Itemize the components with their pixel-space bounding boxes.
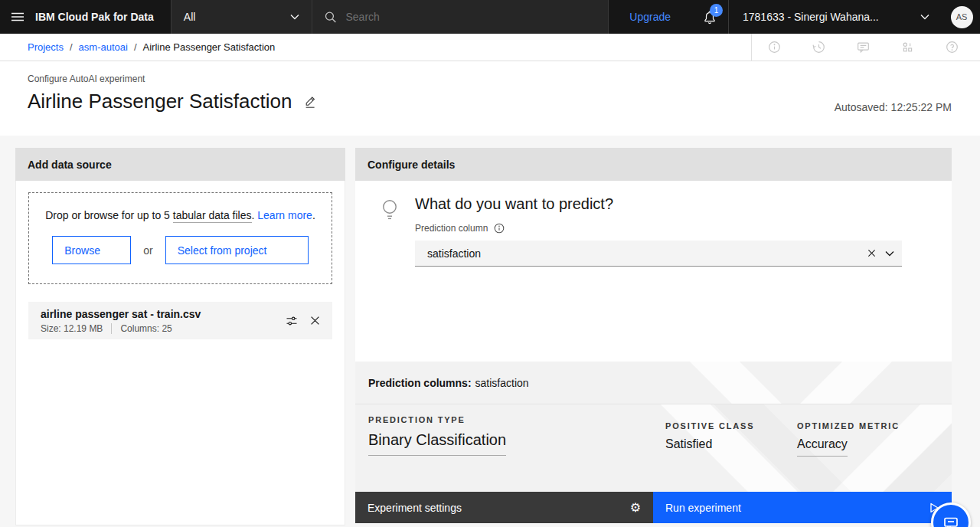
chevron-down-icon — [885, 250, 894, 257]
data-file-columns: Columns: 25 — [120, 323, 172, 334]
info-icon — [768, 41, 781, 54]
add-data-source-header: Add data source — [15, 148, 345, 181]
data-file-name: airline passenger sat - train.csv — [41, 308, 201, 320]
select-from-project-button[interactable]: Select from project — [165, 236, 309, 264]
close-icon — [867, 249, 876, 257]
prediction-column-dropdown[interactable]: satisfaction — [415, 241, 902, 267]
comment-icon — [857, 41, 870, 54]
autosave-status: Autosaved: 12:25:22 PM — [835, 101, 952, 113]
edit-pencil-icon — [304, 95, 317, 109]
add-data-source-body: Drop or browse for up to 5 tabular data … — [15, 181, 345, 525]
history-icon — [812, 41, 825, 54]
page-toolbar — [751, 34, 980, 61]
file-settings-button[interactable] — [280, 309, 303, 332]
hamburger-icon — [10, 9, 25, 25]
dropzone-text: Drop or browse for up to 5 tabular data … — [29, 209, 332, 221]
scope-dropdown-label: All — [184, 11, 196, 23]
run-experiment-button[interactable]: Run experiment — [653, 492, 952, 523]
search-icon — [325, 11, 337, 24]
prediction-columns-value: satisfaction — [475, 377, 529, 389]
settings-adjust-icon — [286, 315, 298, 327]
help-button[interactable] — [929, 34, 974, 61]
prediction-column-label: Prediction column — [415, 223, 488, 234]
prediction-section: What do you want to predict? Prediction … — [355, 181, 952, 362]
experiment-summary-band: PREDICTION TYPE Binary Classification PO… — [355, 404, 952, 492]
experiment-actionbar: Experiment settings ⚙ Run experiment — [355, 492, 952, 523]
info-icon[interactable] — [494, 223, 505, 234]
experiment-settings-label: Experiment settings — [368, 502, 462, 514]
history-button[interactable] — [796, 34, 841, 61]
search-input[interactable] — [345, 11, 596, 23]
breadcrumb-projects[interactable]: Projects — [28, 41, 64, 53]
positive-class-label: POSITIVE CLASS — [665, 421, 754, 430]
dropzone-text-end: . — [312, 209, 315, 221]
avatar-initials: AS — [951, 6, 973, 28]
account-menu[interactable]: 1781633 - Sinergi Wahana... — [729, 0, 943, 34]
help-icon — [946, 41, 959, 54]
scope-dropdown[interactable]: All — [171, 0, 312, 34]
browse-button[interactable]: Browse — [52, 236, 131, 264]
notifications-button[interactable]: 1 — [691, 0, 728, 34]
breadcrumb-project[interactable]: asm-autoai — [79, 41, 128, 53]
prediction-summary-band: Prediction columns: satisfaction — [355, 362, 952, 404]
watermark — [629, 362, 952, 404]
close-icon — [310, 316, 320, 326]
breadcrumb: Projects / asm-autoai / Airline Passenge… — [28, 34, 275, 61]
main-content: Add data source Drop or browse for up to… — [0, 136, 980, 527]
configure-details-header: Configure details — [355, 148, 952, 181]
experiment-settings-button[interactable]: Experiment settings ⚙ — [355, 492, 653, 523]
positive-class-value: Satisfied — [665, 437, 712, 450]
run-experiment-label: Run experiment — [665, 502, 741, 514]
chevron-down-icon — [920, 14, 929, 20]
chat-bubble-icon — [942, 514, 960, 527]
learn-more-link[interactable]: Learn more — [257, 209, 312, 221]
assets-button[interactable] — [885, 34, 929, 61]
prediction-column-value: satisfaction — [427, 247, 858, 260]
prediction-columns-label: Prediction columns: — [368, 377, 472, 389]
menu-button[interactable] — [0, 0, 35, 34]
account-label: 1781633 - Sinergi Wahana... — [743, 11, 879, 23]
meta-divider — [111, 323, 112, 334]
dropzone-term: tabular data files — [173, 209, 252, 223]
topbar-actions: Upgrade 1 1781633 - Sinergi Wahana... AS — [608, 0, 980, 34]
data-file-card: airline passenger sat - train.csv Size: … — [28, 302, 332, 339]
edit-title-button[interactable] — [304, 92, 318, 111]
page-title: Airline Passenger Satisfaction — [28, 90, 292, 113]
product-title[interactable]: IBM Cloud Pak for Data — [35, 0, 171, 34]
breadcrumb-separator: / — [134, 41, 137, 53]
info-button[interactable] — [752, 34, 796, 61]
chevron-down-icon — [290, 14, 299, 20]
predict-question: What do you want to predict? — [415, 195, 902, 213]
topbar: IBM Cloud Pak for Data All Upgrade 1 178… — [0, 0, 980, 34]
data-file-info: airline passenger sat - train.csv Size: … — [41, 308, 201, 334]
comments-button[interactable] — [841, 34, 885, 61]
data-file-size: Size: 12.19 MB — [41, 323, 103, 334]
lightbulb-icon — [379, 198, 400, 225]
file-remove-button[interactable] — [303, 309, 326, 332]
clear-selection-button[interactable] — [858, 249, 885, 257]
add-data-source-title: Add data source — [28, 159, 112, 171]
file-dropzone[interactable]: Drop or browse for up to 5 tabular data … — [28, 192, 332, 284]
prediction-type-value[interactable]: Binary Classification — [368, 431, 506, 456]
breadcrumb-current: Airline Passenger Satisfaction — [143, 41, 276, 53]
configure-details-panel: Configure details What do you want to pr… — [355, 148, 952, 523]
or-label: or — [143, 244, 152, 257]
gear-icon: ⚙ — [630, 502, 641, 514]
optimized-metric-value[interactable]: Accuracy — [797, 437, 848, 457]
page-eyebrow: Configure AutoAI experiment — [28, 74, 952, 84]
upgrade-link[interactable]: Upgrade — [609, 0, 691, 34]
add-data-source-panel: Add data source Drop or browse for up to… — [15, 148, 345, 525]
app-window: IBM Cloud Pak for Data All Upgrade 1 178… — [0, 0, 980, 527]
optimized-metric-label: OPTIMIZED METRIC — [797, 421, 900, 430]
page-header: Configure AutoAI experiment Airline Pass… — [0, 61, 980, 136]
avatar[interactable]: AS — [943, 0, 980, 34]
notification-badge: 1 — [710, 4, 723, 17]
breadcrumb-separator: / — [70, 41, 73, 53]
global-search — [312, 0, 609, 34]
dropzone-text-prefix: Drop or browse for up to 5 — [45, 209, 173, 221]
grid-icon — [901, 41, 914, 54]
prediction-type-label: PREDICTION TYPE — [368, 415, 506, 424]
breadcrumb-row: Projects / asm-autoai / Airline Passenge… — [0, 34, 980, 61]
configure-details-title: Configure details — [368, 159, 455, 171]
